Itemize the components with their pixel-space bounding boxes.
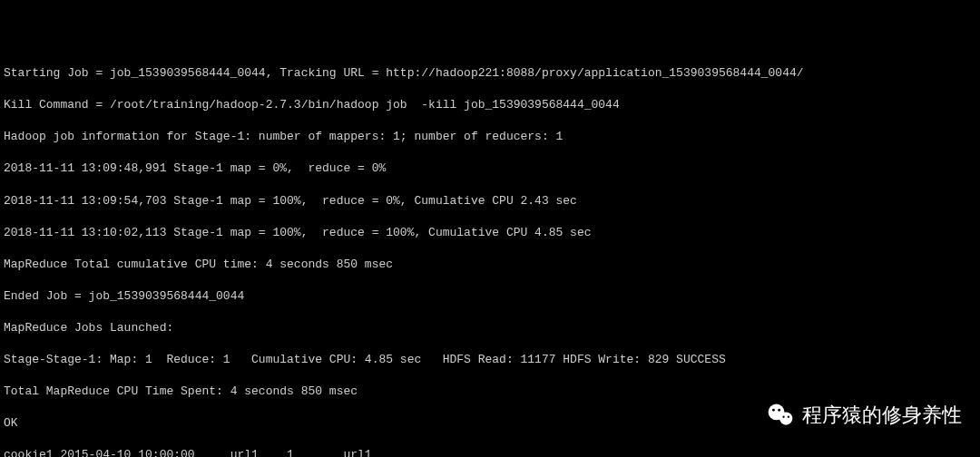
log-mr-total: MapReduce Total cumulative CPU time: 4 s… [4,257,976,273]
log-start-job: Starting Job = job_1539039568444_0044, T… [4,65,976,82]
log-progress-1: 2018-11-11 13:09:48,991 Stage-1 map = 0%… [4,160,976,177]
log-progress-2: 2018-11-11 13:09:54,703 Stage-1 map = 10… [4,193,976,209]
log-stage-summary: Stage-Stage-1: Map: 1 Reduce: 1 Cumulati… [4,352,976,368]
svg-point-3 [778,409,780,412]
result-row: cookie1 2015-04-10 10:00:00 url1 1 url1 [4,447,976,457]
svg-point-2 [772,409,775,412]
svg-point-4 [782,416,784,418]
log-ended: Ended Job = job_1539039568444_0044 [4,288,976,305]
log-progress-3: 2018-11-11 13:10:02,113 Stage-1 map = 10… [4,225,976,241]
wechat-icon [766,401,795,430]
log-mr-launched: MapReduce Jobs Launched: [4,320,976,336]
log-total-time: Total MapReduce CPU Time Spent: 4 second… [4,384,976,400]
svg-point-5 [788,416,789,418]
log-job-info: Hadoop job information for Stage-1: numb… [4,129,976,145]
svg-point-1 [779,412,792,424]
watermark: 程序猿的修身养性 [766,401,962,430]
watermark-text: 程序猿的修身养性 [802,402,962,429]
log-kill-cmd: Kill Command = /root/training/hadoop-2.7… [4,97,976,113]
